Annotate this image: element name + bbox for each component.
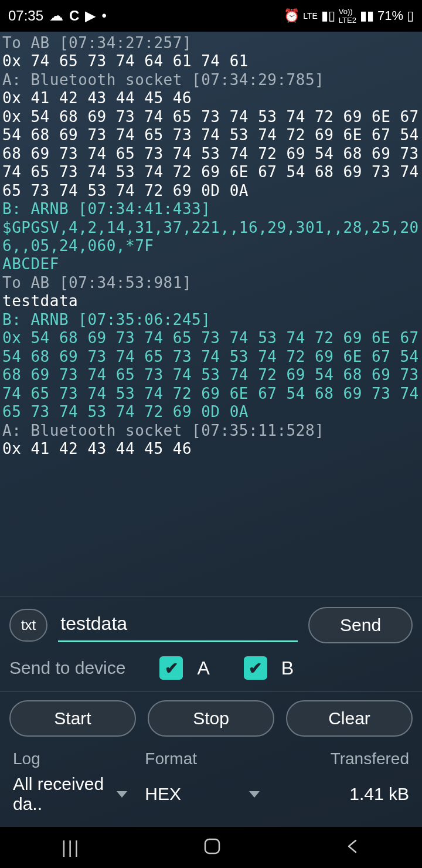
status-time: 07:35 xyxy=(8,8,43,24)
log-line: ABCDEF xyxy=(2,255,420,273)
log-select-value: All received da.. xyxy=(13,774,108,814)
lte-icon: LTE xyxy=(303,11,318,21)
back-button[interactable] xyxy=(344,838,360,857)
format-select-value: HEX xyxy=(145,784,181,804)
stop-button[interactable]: Stop xyxy=(148,700,274,737)
device-a-checkbox[interactable]: ✔ xyxy=(159,656,183,680)
dropdown-icon xyxy=(117,791,127,798)
start-button[interactable]: Start xyxy=(9,700,136,737)
device-b-checkbox[interactable]: ✔ xyxy=(244,656,267,680)
log-line: testdata xyxy=(2,292,420,310)
send-button[interactable]: Send xyxy=(308,607,413,643)
svg-rect-0 xyxy=(205,839,219,853)
log-line: To AB [07:34:27:257] xyxy=(2,34,420,52)
format-select[interactable]: HEX xyxy=(145,784,277,804)
log-line: A: Bluetooth socket [07:34:29:785] xyxy=(2,71,420,89)
log-header: Log xyxy=(13,750,145,768)
device-a-name: A xyxy=(197,657,209,679)
home-button[interactable] xyxy=(203,838,221,857)
log-line: 0x 54 68 69 73 74 65 73 74 53 74 72 69 6… xyxy=(2,108,420,200)
signal1-icon: ▮▯ xyxy=(321,8,335,23)
android-status-bar: 07:35 ☁ C ▶ • ⏰ LTE ▮▯ Vo))LTE2 ▮▮ 71% ▯ xyxy=(0,0,422,32)
signal2-icon: ▮▮ xyxy=(360,8,374,23)
dot-icon: • xyxy=(101,8,106,24)
send-to-device-label: Send to device xyxy=(9,658,125,678)
transfered-value: 1.41 kB xyxy=(277,784,409,804)
circle-icon: C xyxy=(69,8,79,24)
dropdown-icon xyxy=(249,791,260,798)
input-panel: txt Send Send to device ✔ A ✔ B xyxy=(0,596,422,691)
android-nav-bar: ||| xyxy=(0,827,422,868)
log-line: 0x 74 65 73 74 64 61 74 61 xyxy=(2,52,420,70)
log-line: 0x 41 42 43 44 45 46 xyxy=(2,440,420,458)
log-console[interactable]: To AB [07:34:27:257]0x 74 65 73 74 64 61… xyxy=(0,32,422,596)
status-battery-text: 71% xyxy=(377,8,403,23)
control-panel: Start Stop Clear Log Format Transfered A… xyxy=(0,691,422,827)
volte-icon: Vo))LTE2 xyxy=(339,7,356,25)
device-b-name: B xyxy=(281,657,294,679)
clear-button[interactable]: Clear xyxy=(286,700,413,737)
recent-apps-button[interactable]: ||| xyxy=(62,838,80,857)
battery-icon: ▯ xyxy=(407,8,414,23)
log-line: B: ARNB [07:34:41:433] xyxy=(2,200,420,218)
cloud-icon: ☁ xyxy=(49,8,63,24)
log-line: B: ARNB [07:35:06:245] xyxy=(2,311,420,329)
log-line: To AB [07:34:53:981] xyxy=(2,274,420,292)
format-header: Format xyxy=(145,750,277,768)
log-select[interactable]: All received da.. xyxy=(13,774,145,814)
log-line: 0x 41 42 43 44 45 46 xyxy=(2,89,420,107)
log-line: A: Bluetooth socket [07:35:11:528] xyxy=(2,422,420,440)
alarm-icon: ⏰ xyxy=(284,8,300,23)
transfered-header: Transfered xyxy=(277,750,409,768)
play-icon: ▶ xyxy=(85,8,96,24)
mode-toggle-button[interactable]: txt xyxy=(9,609,47,642)
log-line: $GPGSV,4,2,14,31,37,221,,16,29,301,,28,2… xyxy=(2,219,420,256)
log-line: 0x 54 68 69 73 74 65 73 74 53 74 72 69 6… xyxy=(2,329,420,421)
data-input[interactable] xyxy=(58,608,298,642)
